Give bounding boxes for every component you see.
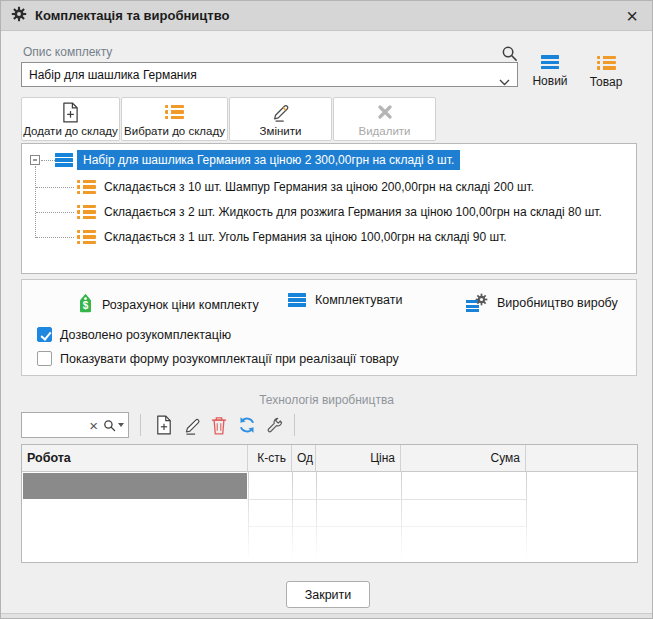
dialog-assembly-production: Комплектація та виробництво × Опис компл… <box>0 0 653 619</box>
tree-child-item[interactable]: Складається з 10 шт. Шампур Германия за … <box>77 177 534 197</box>
kit-bars-icon <box>288 293 306 307</box>
tech-search-box[interactable]: × <box>21 412 129 438</box>
add-document-icon <box>62 101 79 123</box>
production-gears-icon <box>466 293 488 313</box>
toolbar-separator <box>294 414 295 436</box>
tree-root-text: Набір для шашлика Германия за ціною 2 30… <box>77 150 460 170</box>
pencil-icon <box>183 416 202 435</box>
grid-line <box>248 499 526 500</box>
clear-search-icon[interactable]: × <box>86 418 101 433</box>
edit-label: Змінити <box>260 125 302 137</box>
column-header-work[interactable]: Робота <box>22 445 248 472</box>
gear-icon <box>11 6 27 26</box>
add-to-stock-button[interactable]: Додати до складу <box>21 97 120 141</box>
kit-bars-icon <box>541 55 559 69</box>
production-label: Виробництво виробу <box>497 296 618 310</box>
kit-select-value: Набір для шашлика Германия <box>29 68 197 82</box>
delete-button[interactable]: Видалити <box>333 97 436 141</box>
tree-root-item[interactable]: Набір для шашлика Германия за ціною 2 30… <box>22 150 460 170</box>
grid-line <box>316 472 317 560</box>
search-icon <box>103 419 116 432</box>
column-header-empty <box>526 445 637 472</box>
column-header-unit[interactable]: Од <box>292 445 316 472</box>
grid-line <box>526 472 527 560</box>
technology-table: Робота К-сть Од Ціна Сума <box>21 444 638 563</box>
tech-refresh-button[interactable] <box>235 413 259 437</box>
select-list-icon <box>165 105 184 119</box>
technology-title: Технологія виробництва <box>1 393 652 407</box>
grid-line <box>401 472 402 560</box>
chevron-down-icon[interactable] <box>499 72 510 90</box>
price-tag-icon: $ <box>78 293 93 316</box>
tech-add-button[interactable] <box>152 413 176 437</box>
search-dropdown[interactable] <box>101 419 128 432</box>
collapse-icon[interactable] <box>30 155 40 165</box>
product-list-icon <box>597 56 616 70</box>
toolbar-separator <box>140 414 141 436</box>
tech-search-input[interactable] <box>22 418 86 432</box>
show-form-checkbox[interactable] <box>37 351 52 366</box>
calc-price-action[interactable]: $ Розрахунок ціни комплекту <box>78 293 259 316</box>
pencil-icon <box>271 101 291 123</box>
window-title: Комплектація та виробництво <box>35 8 229 23</box>
column-header-price[interactable]: Ціна <box>316 445 401 472</box>
close-icon[interactable]: × <box>626 2 638 30</box>
tree-child-text: Складається з 2 шт. Жидкость для розжига… <box>104 205 602 219</box>
show-form-option[interactable]: Показувати форму розукомплектації при ре… <box>37 351 399 366</box>
grid-line <box>248 526 526 527</box>
tree-connector <box>36 237 74 238</box>
titlebar: Комплектація та виробництво × <box>1 1 652 31</box>
add-to-stock-label: Додати до складу <box>23 125 118 137</box>
svg-text:$: $ <box>83 300 89 311</box>
select-to-stock-label: Вибрати до складу <box>124 125 225 137</box>
allow-disassembly-option[interactable]: Дозволено розукомплектацію <box>37 327 231 342</box>
caret-down-icon <box>118 423 124 427</box>
tree-child-text: Складається з 1 шт. Уголь Германия за ці… <box>104 230 507 244</box>
calc-price-label: Розрахунок ціни комплекту <box>102 298 259 312</box>
add-document-icon <box>156 415 172 435</box>
tech-delete-button[interactable] <box>207 413 231 437</box>
trash-icon <box>211 416 227 435</box>
delete-x-icon <box>378 101 392 123</box>
bottom-strip <box>1 613 652 618</box>
tree-child-item[interactable]: Складається з 2 шт. Жидкость для розжига… <box>77 202 602 222</box>
production-action[interactable]: Виробництво виробу <box>466 293 618 313</box>
column-header-sum[interactable]: Сума <box>401 445 526 472</box>
new-kit-label: Новий <box>527 74 573 88</box>
tree-connector <box>36 212 74 213</box>
allow-disassembly-label: Дозволено розукомплектацію <box>60 328 231 342</box>
wrench-icon <box>266 417 283 434</box>
tree-child-text: Складається з 10 шт. Шампур Германия за … <box>104 180 534 194</box>
allow-disassembly-checkbox[interactable] <box>37 327 52 342</box>
tech-tools-button[interactable] <box>262 413 286 437</box>
assemble-label: Комплектувати <box>315 293 402 307</box>
kit-description-label: Опис комплекту <box>23 45 112 59</box>
component-list-icon <box>77 230 96 244</box>
kit-bars-icon <box>55 153 73 167</box>
grid-line <box>248 472 249 560</box>
component-list-icon <box>77 205 96 219</box>
grid-line <box>292 472 293 560</box>
component-list-icon <box>77 180 96 194</box>
new-kit-button[interactable]: Новий <box>527 45 573 88</box>
select-to-stock-button[interactable]: Вибрати до складу <box>121 97 228 141</box>
product-label: Товар <box>583 75 629 89</box>
tree-child-item[interactable]: Складається з 1 шт. Уголь Германия за ці… <box>77 227 507 247</box>
tech-edit-button[interactable] <box>180 413 204 437</box>
product-button[interactable]: Товар <box>583 45 629 89</box>
selected-cell[interactable] <box>23 473 247 499</box>
refresh-icon <box>238 416 256 434</box>
tree-connector <box>36 187 74 188</box>
column-header-quantity[interactable]: К-сть <box>248 445 292 472</box>
actions-panel: $ Розрахунок ціни комплекту Комплектуват… <box>21 279 637 376</box>
search-icon[interactable] <box>501 45 518 62</box>
close-dialog-button[interactable]: Закрити <box>286 581 370 608</box>
kit-select[interactable]: Набір для шашлика Германия <box>21 62 518 87</box>
edit-button[interactable]: Змінити <box>229 97 332 141</box>
show-form-label: Показувати форму розукомплектації при ре… <box>60 352 399 366</box>
components-tree: Набір для шашлика Германия за ціною 2 30… <box>21 143 637 274</box>
assemble-action[interactable]: Комплектувати <box>288 293 402 307</box>
delete-label: Видалити <box>358 125 410 137</box>
tree-connector <box>35 166 36 238</box>
